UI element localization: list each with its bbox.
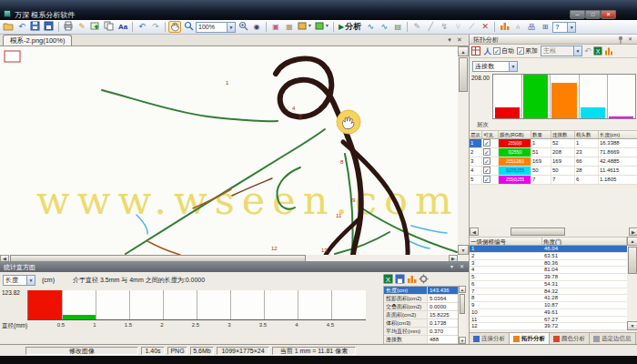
angle-row[interactable]: 481.04 [470, 267, 627, 274]
minimize-button[interactable]: ─ [570, 10, 585, 19]
export-table-icon[interactable] [471, 46, 480, 56]
stat-row[interactable]: 投影面积(cm2)5.0364 [384, 295, 458, 303]
scroll-down-icon[interactable]: ▼ [458, 245, 469, 255]
zoom-tool-icon[interactable] [182, 21, 195, 33]
help-dropdown[interactable]: ?▼ [552, 22, 576, 33]
canvas-vscrollbar[interactable]: ▲ ▼ [458, 46, 469, 255]
visible-checkbox[interactable]: ✓ [483, 157, 490, 165]
tab-连接分析[interactable]: 连接分析 [470, 333, 510, 344]
delete-tool-icon[interactable]: ✕ [479, 21, 491, 33]
visible-checkbox[interactable]: ✓ [483, 148, 490, 156]
pane-close-button[interactable]: ✕ [626, 35, 634, 44]
stat-row[interactable]: 平均直径(mm)0.370 [384, 328, 458, 336]
draw-curve-icon[interactable]: ↯ [438, 21, 450, 33]
export-image-icon[interactable] [89, 21, 102, 33]
layer-row[interactable]: 1✓255|0|0152116.3388 [470, 139, 637, 148]
pane-dropdown-button[interactable]: ▾ [448, 263, 456, 271]
scroll-up-icon[interactable]: ▲ [627, 237, 637, 246]
analyze-button[interactable]: ▶分析 [337, 21, 363, 33]
draw-branch-icon[interactable]: ⑂ [451, 21, 464, 33]
export-excel-icon[interactable]: X [593, 46, 602, 56]
maximize-button[interactable]: □ [585, 10, 601, 19]
chevron-down-icon[interactable]: ▼ [509, 62, 517, 71]
angle-row[interactable]: 654.31 [470, 281, 627, 288]
visible-checkbox[interactable]: ✓ [483, 167, 490, 174]
stat-row[interactable]: 交叠面积(cm2)0.0000 [384, 303, 458, 311]
scan-icon[interactable]: ▣ [269, 21, 282, 33]
fill-color-dropdown[interactable] [314, 21, 330, 33]
close-button[interactable]: ✕ [601, 10, 616, 19]
undo-icon[interactable]: ↶ [584, 46, 592, 56]
zoom-in-icon[interactable] [237, 21, 249, 33]
open-file-icon[interactable] [2, 21, 15, 33]
pane-close-button[interactable]: ✕ [458, 263, 466, 271]
metric-combo[interactable]: 连接数 ▼ [472, 61, 518, 72]
auto-checkbox[interactable]: ✓ [493, 47, 500, 55]
angle-vscrollbar[interactable]: ▲ ▼ [627, 237, 637, 330]
angle-row[interactable]: 1049.61 [470, 309, 627, 317]
stat-row[interactable]: 长度(cm)143.436 [384, 287, 458, 295]
scroll-down-icon[interactable]: ▼ [459, 337, 466, 344]
smooth-filter-icon[interactable]: ∿ [378, 21, 390, 33]
print-icon[interactable] [62, 21, 75, 33]
chevron-down-icon[interactable]: ▼ [573, 46, 581, 56]
angle-row[interactable]: 380.36 [470, 260, 627, 268]
text-tool-icon[interactable]: Aa [116, 21, 129, 33]
undo-icon[interactable]: ↶ [136, 21, 148, 33]
stat-row[interactable]: 体积(cm3)0.1738 [384, 319, 458, 328]
angle-row[interactable]: 1239.72 [470, 323, 627, 330]
person-icon[interactable]: 人 [484, 46, 491, 56]
document-tab[interactable]: 根系-2.png(100%) [3, 35, 72, 46]
pane-dropdown-button[interactable]: ▾ [445, 35, 454, 45]
bar-chart-icon[interactable] [498, 21, 511, 33]
scroll-up-icon[interactable]: ▲ [459, 286, 466, 293]
zoom-level-combo[interactable]: 100%▼ [196, 22, 236, 33]
stamp-icon[interactable]: ▦ [283, 21, 296, 33]
node-chart-icon[interactable]: 品 [525, 21, 538, 33]
chart-style-icon[interactable] [407, 274, 417, 284]
layer-row[interactable]: 5✓255|0|2557761.1805 [470, 176, 637, 185]
accumulate-checkbox[interactable]: ✓ [517, 47, 524, 55]
stat-row[interactable]: 表面积(cm2)15.8225 [384, 311, 458, 319]
chevron-down-icon[interactable]: ▼ [26, 276, 35, 285]
angle-row[interactable]: 263.51 [470, 253, 627, 260]
overview-eye-icon[interactable]: ◉ [250, 21, 263, 33]
tab-颜色分析[interactable]: 颜色分析 [550, 333, 590, 344]
vscroll-thumb[interactable] [460, 294, 465, 314]
draw-line-icon[interactable]: ╱ [424, 21, 437, 33]
chevron-down-icon[interactable]: ▼ [567, 23, 575, 32]
scroll-up-icon[interactable]: ▲ [458, 46, 469, 56]
save-all-icon[interactable] [29, 21, 42, 33]
measure-ruler-icon[interactable]: ⟋ [465, 21, 478, 33]
scroll-right-icon[interactable]: ▶ [629, 228, 637, 236]
layer-row[interactable]: 4✓0|255|25550502811.4615 [470, 167, 637, 176]
tab-拓扑分析[interactable]: 拓扑分析 [510, 333, 550, 344]
angle-row[interactable]: 910.87 [470, 302, 627, 309]
export-excel-icon[interactable]: X [383, 274, 393, 284]
edit-pencil-icon[interactable]: ✎ [76, 21, 88, 33]
chevron-down-icon[interactable]: ▼ [227, 23, 235, 32]
scroll-left-icon[interactable]: ◀ [470, 228, 479, 236]
back-icon[interactable]: ↶ [15, 21, 28, 33]
tree-chart-icon[interactable]: ⑃ [511, 21, 524, 33]
angle-row[interactable]: 1167.27 [470, 317, 627, 324]
chart-icon[interactable] [604, 46, 613, 56]
hand-pan-tool-icon[interactable] [168, 21, 181, 33]
copy-icon[interactable] [103, 21, 116, 33]
stat-row[interactable]: 连接数488 [384, 336, 458, 344]
settings-gear-icon[interactable] [419, 274, 429, 284]
tab-选定边信息[interactable]: 选定边信息 [590, 333, 636, 344]
layer-row[interactable]: 3✓255|128|01691696642.4885 [470, 157, 637, 167]
wave-filter-icon[interactable]: ∿ [364, 21, 377, 33]
redo-icon[interactable]: ↷ [149, 21, 162, 33]
table-grid-icon[interactable]: ⊞ [539, 21, 551, 33]
image-canvas[interactable]: www.wseen.com [0, 46, 469, 261]
angle-row[interactable]: 784.32 [470, 288, 627, 296]
layer-row[interactable]: 2✓0|255|0512082371.8669 [470, 148, 637, 157]
color-picker-dropdown[interactable] [297, 21, 313, 33]
pane-close-button[interactable]: ✕ [455, 35, 464, 45]
draw-pencil-icon[interactable]: ✎ [410, 21, 423, 33]
pin-icon[interactable] [616, 35, 624, 44]
layers-hscrollbar[interactable]: ◀ ▶ [470, 228, 637, 236]
visible-checkbox[interactable]: ✓ [483, 139, 490, 147]
